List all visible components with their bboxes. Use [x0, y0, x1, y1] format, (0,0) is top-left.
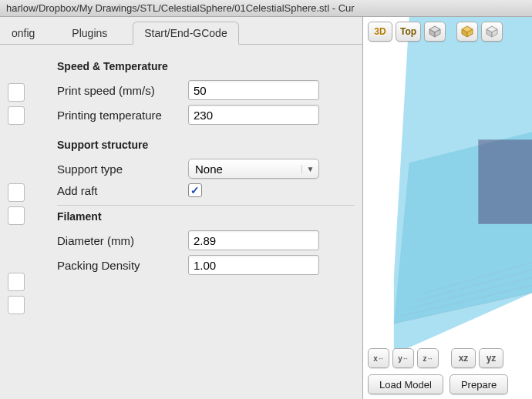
- mirror-toolbar: x↔ y↔ z↔ xz yz: [368, 348, 503, 368]
- viewport-pane: 3D Top: [362, 17, 532, 399]
- mini-input-6[interactable]: [8, 296, 25, 314]
- section-filament: Filament: [57, 210, 355, 223]
- packing-density-input[interactable]: [188, 255, 319, 275]
- left-column: [8, 55, 39, 314]
- section-speed-temp: Speed & Temperature: [57, 60, 355, 72]
- diameter-label: Diameter (mm): [57, 234, 188, 247]
- mirror-y-button[interactable]: y↔: [392, 348, 414, 368]
- scene: [363, 17, 532, 354]
- tab-gcode[interactable]: Start/End-GCode: [133, 22, 238, 45]
- mini-input-4[interactable]: [8, 206, 25, 225]
- view-cube-2-button[interactable]: [456, 22, 478, 42]
- prepare-button[interactable]: Prepare: [450, 374, 508, 394]
- window-title: harlow/Dropbox/My Drawings/STL/Celestial…: [6, 2, 355, 14]
- print-speed-label: Print speed (mm/s): [57, 84, 188, 97]
- view-cube-1-button[interactable]: [424, 22, 446, 42]
- add-raft-label: Add raft: [57, 184, 188, 197]
- section-support: Support structure: [57, 139, 355, 151]
- packing-density-label: Packing Density: [57, 259, 188, 272]
- mirror-z-button[interactable]: z↔: [417, 348, 439, 368]
- mini-input-5[interactable]: [8, 273, 25, 291]
- mirror-yz-button[interactable]: yz: [479, 348, 503, 368]
- cube-icon: [429, 25, 441, 38]
- view-cube-3-button[interactable]: [481, 22, 503, 42]
- tab-plugins[interactable]: Plugins: [60, 22, 119, 44]
- chevron-down-icon: ▼: [301, 165, 318, 173]
- view-top-button[interactable]: Top: [396, 22, 421, 42]
- mini-input-3[interactable]: [8, 183, 25, 202]
- support-type-value: None: [189, 163, 301, 176]
- settings-pane: onfig Plugins Start/End-GCode: [0, 17, 362, 399]
- window-titlebar: harlow/Dropbox/My Drawings/STL/Celestial…: [0, 0, 532, 17]
- support-type-label: Support type: [57, 163, 188, 176]
- diameter-input[interactable]: [188, 230, 319, 250]
- svg-rect-16: [478, 139, 532, 224]
- printing-temp-label: Printing temperature: [57, 109, 188, 122]
- divider: [57, 205, 355, 206]
- print-speed-input[interactable]: [188, 80, 319, 100]
- add-raft-checkbox[interactable]: ✓: [188, 183, 202, 197]
- view-3d-button[interactable]: 3D: [368, 22, 392, 42]
- cube-icon: [486, 25, 498, 38]
- support-type-select[interactable]: None ▼: [188, 159, 319, 179]
- mirror-x-button[interactable]: x↔: [368, 348, 389, 368]
- action-bar: Load Model Prepare: [368, 374, 508, 394]
- tab-config[interactable]: onfig: [0, 22, 46, 44]
- mirror-xz-button[interactable]: xz: [451, 348, 476, 368]
- mini-input-2[interactable]: [8, 106, 25, 125]
- cube-gold-icon: [461, 25, 473, 38]
- printing-temp-input[interactable]: [188, 105, 319, 125]
- view-toolbar: 3D Top: [368, 22, 503, 42]
- load-model-button[interactable]: Load Model: [368, 374, 443, 394]
- 3d-viewport[interactable]: 3D Top: [363, 17, 532, 399]
- tab-bar: onfig Plugins Start/End-GCode: [0, 17, 362, 45]
- mini-input-1[interactable]: [8, 83, 25, 102]
